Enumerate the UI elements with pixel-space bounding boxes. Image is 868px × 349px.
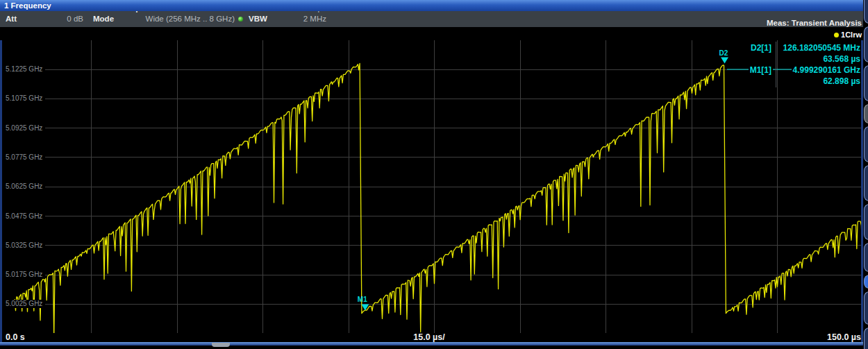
marker-d2-value: 126.182050545 MHz — [782, 43, 862, 53]
marker-m1-time: 62.898 µs — [821, 76, 862, 86]
softkey-button[interactable] — [864, 327, 868, 349]
window-left-edge — [0, 40, 2, 342]
marker-table[interactable]: D2[1] 126.182050545 MHz 63.568 µs M1[1] … — [722, 42, 862, 87]
softkey-button[interactable] — [864, 65, 868, 101]
att-value[interactable]: 0 dB — [39, 15, 83, 23]
trace-badge-label: 1Clrw — [841, 31, 862, 39]
x-axis-start-label: 0.0 s — [6, 332, 25, 342]
analyzer-window: Ref Level 0.00 dBm Att 0 dB Center Freq … — [0, 0, 868, 349]
softkey-button[interactable] — [864, 165, 868, 201]
softkey-button[interactable] — [864, 291, 868, 325]
softkey-button[interactable] — [864, 204, 868, 240]
window-right-edge — [861, 40, 863, 342]
softkey-button[interactable] — [864, 243, 868, 272]
marker-m1-name: M1[1] — [749, 65, 773, 75]
softkey-button[interactable] — [864, 275, 868, 289]
marker-table-separator — [776, 42, 776, 87]
y-tick-label: 5.0025 GHz — [2, 300, 45, 308]
marker-row-m1-freq: M1[1] 4.999290161 GHz — [722, 65, 862, 76]
vbw-label[interactable]: VBW — [249, 15, 267, 23]
splitter-handle[interactable] — [212, 343, 230, 347]
meas-mode-indicator: Meas: Transient Analysis — [723, 19, 862, 27]
vbw-value[interactable]: 2 MHz — [276, 15, 326, 23]
mode-status-led-icon — [238, 17, 243, 22]
marker-row-d2-time: 63.568 µs — [722, 53, 862, 65]
trace-badge[interactable]: 1Clrw — [834, 29, 862, 40]
y-tick-label: 5.0625 GHz — [2, 182, 45, 191]
softkey-button[interactable] — [864, 26, 868, 62]
y-tick-label: 5.0925 GHz — [2, 124, 45, 133]
y-tick-label: 5.0775 GHz — [2, 153, 45, 162]
channel-title: 1 Frequency — [0, 0, 863, 11]
y-tick-label: 5.0175 GHz — [2, 271, 45, 279]
mode-label[interactable]: Mode — [93, 15, 114, 23]
y-tick-label: 5.1225 GHz — [2, 65, 45, 74]
marker-m1-value: 4.999290161 GHz — [792, 65, 862, 75]
softkey-button[interactable] — [864, 0, 868, 24]
mode-value[interactable]: Wide (256 MHz .. 8 GHz) — [125, 15, 235, 23]
window-bottom-bar[interactable] — [0, 342, 863, 346]
trace-color-dot-icon — [834, 33, 839, 37]
marker-row-d2-freq: D2[1] 126.182050545 MHz — [722, 42, 862, 53]
y-tick-label: 5.1075 GHz — [2, 94, 45, 103]
att-label[interactable]: Att — [6, 15, 17, 23]
x-axis-end-label: 150.0 µs — [799, 332, 861, 342]
marker-row-m1-time: 62.898 µs — [722, 76, 862, 87]
x-axis-scale-label: 15.0 µs/ — [384, 332, 474, 342]
softkey-button[interactable] — [864, 126, 868, 162]
softkey-button[interactable] — [864, 104, 868, 124]
svg-text:M1: M1 — [358, 296, 367, 303]
marker-d2-time: 63.568 µs — [821, 54, 862, 64]
channel-title-bar[interactable]: 1 Frequency — [0, 0, 863, 11]
y-tick-label: 5.0475 GHz — [2, 212, 45, 221]
y-tick-label: 5.0325 GHz — [2, 241, 45, 250]
marker-d2-name: D2[1] — [749, 43, 773, 53]
